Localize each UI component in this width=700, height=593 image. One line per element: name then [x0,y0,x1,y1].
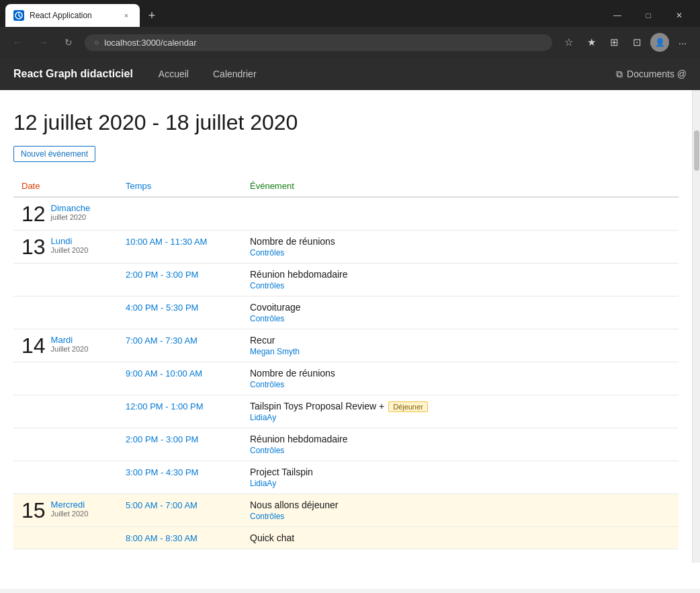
time-cell: 2:00 PM - 3:00 PM [118,264,242,296]
event-sub: Contrôles [250,446,670,455]
time-text: 7:00 AM - 7:30 AM [126,335,198,346]
day-number: 13 [21,236,46,258]
tab-title: React Application [30,11,116,20]
time-text: 5:00 AM - 7:00 AM [126,500,198,510]
user-avatar[interactable]: 👤 [650,33,669,52]
date-cell [13,428,118,461]
event-cell [242,197,679,231]
time-cell: 10:00 AM - 11:30 AM [118,231,242,264]
table-row: 3:00 PM - 4:30 PMProject TailspinLidiaAy [13,461,679,494]
event-name: Nombre de réunions [250,368,670,379]
event-cell: RecurMegan Smyth [242,329,679,362]
table-row: 2:00 PM - 3:00 PMRéunion hebdomadaireCon… [13,264,679,296]
time-cell: 7:00 AM - 7:30 AM [118,329,242,362]
day-name: Mardi [51,335,89,345]
date-cell [13,395,118,428]
new-tab-button[interactable]: + [142,6,161,25]
event-cell: Réunion hebdomadaireContrôles [242,428,679,461]
forward-button[interactable]: → [34,33,52,52]
time-cell: 8:00 AM - 8:30 AM [118,527,242,549]
event-cell: Nombre de réunionsContrôles [242,362,679,395]
documents-link[interactable]: Documents @ [627,69,687,79]
date-info: Lundi Juillet 2020 [51,236,89,254]
event-name: Réunion hebdomadaire [250,434,670,444]
address-bar-row: ← → ↻ ○ localhost:3000/calendar ☆ ★ ⊞ ⊡ … [0,27,700,58]
table-row: 15 Mercredi Juillet 2020 5:00 AM - 7:00 … [13,494,679,527]
time-text: 8:00 AM - 8:30 AM [126,533,198,543]
header-time: Temps [118,175,242,197]
month-year: Juillet 2020 [51,510,89,518]
app-nav: React Graph didacticiel Accueil Calendri… [0,58,700,90]
address-bar[interactable]: ○ localhost:3000/calendar [85,34,552,51]
time-cell: 9:00 AM - 10:00 AM [118,362,242,395]
content-area: 12 juillet 2020 - 18 juillet 2020 Nouvel… [0,90,700,563]
event-name: Nombre de réunions [250,236,670,247]
table-header-row: Date Temps Événement [13,175,679,197]
event-sub: Contrôles [250,380,670,389]
browser-actions: ☆ ★ ⊞ ⊡ 👤 ··· [559,33,692,52]
bookmark-icon[interactable]: ☆ [559,33,578,52]
profile-icon[interactable]: ⊡ [627,33,646,52]
table-row: 13 Lundi Juillet 2020 10:00 AM - 11:30 A… [13,231,679,264]
event-cell: Tailspin Toys Proposal Review +DéjeunerL… [242,395,679,428]
new-event-button[interactable]: Nouvel événement [13,146,95,162]
close-button[interactable]: ✕ [664,4,695,27]
date-cell [13,362,118,395]
date-cell: 14 Mardi Juillet 2020 [13,329,118,362]
time-cell: 12:00 PM - 1:00 PM [118,395,242,428]
page-title: 12 juillet 2020 - 18 juillet 2020 [13,110,679,135]
date-cell [13,461,118,494]
time-text: 12:00 PM - 1:00 PM [126,401,204,411]
event-cell: Quick chat [242,527,679,549]
date-cell [13,264,118,296]
time-text: 2:00 PM - 3:00 PM [126,434,198,444]
event-name: Nous allons déjeuner [250,500,670,510]
table-row: 8:00 AM - 8:30 AMQuick chat [13,527,679,549]
tab-bar: React Application × + — □ ✕ [0,0,700,27]
event-sub: Megan Smyth [250,347,670,356]
event-sub: Contrôles [250,314,670,323]
nav-link-accueil[interactable]: Accueil [153,66,194,82]
event-sub: LidiaAy [250,479,670,488]
event-cell: CovoiturageContrôles [242,296,679,329]
calendar-table: Date Temps Événement 12 Dimanche juillet… [13,175,679,549]
scrollbar-thumb[interactable] [694,130,699,171]
more-options-icon[interactable]: ··· [673,33,692,52]
event-name: Project Tailspin [250,467,670,477]
time-text: 2:00 PM - 3:00 PM [126,270,198,280]
maximize-button[interactable]: □ [633,4,664,27]
time-text: 10:00 AM - 11:30 AM [126,237,207,247]
table-row: 4:00 PM - 5:30 PMCovoiturageContrôles [13,296,679,329]
refresh-button[interactable]: ↻ [59,33,78,52]
browser-chrome: React Application × + — □ ✕ ← → ↻ ○ loca… [0,0,700,58]
event-cell: Nous allons déjeunerContrôles [242,494,679,527]
page-content: 12 juillet 2020 - 18 juillet 2020 Nouvel… [0,90,692,563]
browser-menu-icon[interactable]: ⊞ [605,33,623,52]
back-button[interactable]: ← [8,33,27,52]
header-date: Date [13,175,118,197]
header-event: Événement [242,175,679,197]
date-cell [13,527,118,549]
nav-link-calendrier[interactable]: Calendrier [208,66,262,82]
event-cell: Nombre de réunionsContrôles [242,231,679,264]
day-number: 12 [21,203,46,225]
event-sub: Contrôles [250,248,670,258]
month-year: juillet 2020 [51,213,91,221]
table-row: 9:00 AM - 10:00 AMNombre de réunionsCont… [13,362,679,395]
date-cell: 12 Dimanche juillet 2020 [13,197,118,231]
event-cell: Réunion hebdomadaireContrôles [242,264,679,296]
day-number: 14 [21,335,46,356]
minimize-button[interactable]: — [602,4,633,27]
nav-right: ⧉ Documents @ [616,69,687,80]
browser-tab[interactable]: React Application × [5,4,140,27]
time-cell: 2:00 PM - 3:00 PM [118,428,242,461]
collections-icon[interactable]: ★ [582,33,601,52]
month-year: Juillet 2020 [51,246,89,254]
address-text: localhost:3000/calendar [104,38,196,48]
table-row: 2:00 PM - 3:00 PMRéunion hebdomadaireCon… [13,428,679,461]
time-cell: 3:00 PM - 4:30 PM [118,461,242,494]
time-text: 9:00 AM - 10:00 AM [126,368,202,379]
event-name: Recur [250,335,670,346]
scrollbar[interactable] [692,90,700,563]
tab-close-button[interactable]: × [121,10,132,21]
